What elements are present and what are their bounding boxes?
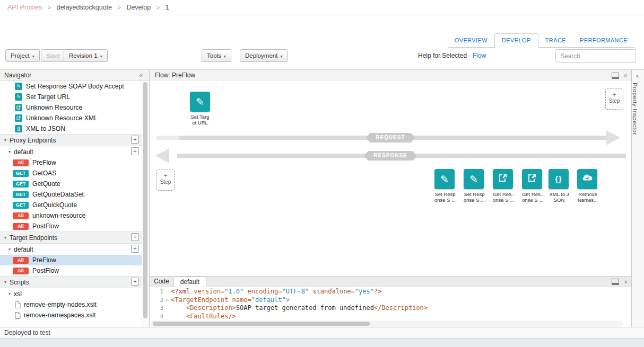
collapse-panel-icon[interactable]: « xyxy=(622,280,629,283)
method-badge: All xyxy=(13,223,29,230)
add-flow-button[interactable]: + xyxy=(131,147,139,155)
property-inspector-strip: « Property Inspector xyxy=(631,70,644,327)
script-file-item[interactable]: remove-namespaces.xslt xyxy=(0,310,142,321)
breadcrumb-api-proxies[interactable]: API Proxies xyxy=(7,4,42,11)
policy-item[interactable]: ✎ Set Target URL xyxy=(0,92,142,102)
proxy-endpoint-default[interactable]: ▾ default + xyxy=(0,146,142,157)
scripts-group-xsl[interactable]: ▾ xsl xyxy=(0,288,142,299)
navigator-title: Navigator xyxy=(4,72,31,79)
view-tabs: OVERVIEW DEVELOP TRACE PERFORMANCE xyxy=(448,33,634,48)
expand-panel-icon[interactable]: « xyxy=(620,74,631,77)
flow-step-set-response-2[interactable]: ✎ xyxy=(464,169,484,189)
panel-layout-icon[interactable] xyxy=(612,279,619,285)
script-file-item[interactable]: remove-empty-nodes.xslt xyxy=(0,299,142,310)
proxy-flow-preflow[interactable]: All PreFlow xyxy=(0,157,142,168)
help-for-selected-label: Help for Selected xyxy=(418,52,467,59)
breadcrumb-proxy-name[interactable]: delayedstockquote xyxy=(57,4,112,11)
flow-label: GetQuoteDataSet xyxy=(32,191,84,198)
group-label: default xyxy=(14,246,33,253)
proxy-flow-postflow[interactable]: All PostFlow xyxy=(0,221,142,232)
panel-layout-icon[interactable] xyxy=(612,73,619,79)
navigator-scrollbar[interactable] xyxy=(142,81,149,327)
add-script-button[interactable]: + xyxy=(131,278,139,286)
policy-item[interactable]: Unknown Resource XML xyxy=(0,113,142,123)
fold-icon[interactable]: ▾ xyxy=(163,296,170,305)
file-label: remove-namespaces.xslt xyxy=(24,312,95,319)
line-number: 4 xyxy=(150,313,163,321)
code-horizontal-scrollbar[interactable] xyxy=(151,321,623,327)
code-horizontal-scrollbar-thumb[interactable] xyxy=(153,322,370,326)
section-proxy-endpoints[interactable]: ▾ Proxy Endpoints + xyxy=(0,134,142,146)
caret-down-icon: ▾ xyxy=(280,54,282,59)
line-number: 2 xyxy=(150,296,163,305)
file-icon xyxy=(15,312,21,319)
policy-item[interactable]: {} XML to JSON xyxy=(0,123,142,134)
tab-overview[interactable]: OVERVIEW xyxy=(448,34,494,47)
project-menu-label: Project xyxy=(11,52,30,59)
navigator-collapse-icon[interactable]: « xyxy=(139,70,143,81)
flow-label: GetQuote xyxy=(32,180,60,188)
proxy-flow-getquickquote[interactable]: GET GetQuickQuote xyxy=(0,200,142,210)
status-bar: Deployed to test xyxy=(0,327,644,338)
search-input[interactable] xyxy=(555,49,636,63)
edit-policy-icon: ✎ xyxy=(440,173,449,185)
project-menu-button[interactable]: Project▾ xyxy=(5,49,40,62)
code-tab-default[interactable]: default xyxy=(173,277,206,287)
help-flow-link[interactable]: Flow xyxy=(473,52,486,59)
navigator-scrollbar-thumb[interactable] xyxy=(143,82,147,318)
property-inspector-expand-icon[interactable]: « xyxy=(635,75,641,78)
revision-menu-label: Revision 1 xyxy=(69,52,98,59)
flow-step-label: Set Response S ... xyxy=(458,191,490,203)
add-step-button-request[interactable]: + Step xyxy=(605,88,623,110)
policy-item[interactable]: ✎ Set Response SOAP Body Accept xyxy=(0,81,142,92)
apigee-proxy-editor: API Proxies > delayedstockquote > Develo… xyxy=(0,0,644,347)
edit-policy-icon: ✎ xyxy=(196,96,204,108)
flow-step-get-response-2[interactable] xyxy=(522,169,542,189)
section-scripts[interactable]: ▾ Scripts + xyxy=(0,276,142,288)
save-button[interactable]: Save xyxy=(41,49,65,62)
target-endpoint-default[interactable]: ▾ default + xyxy=(0,244,142,255)
breadcrumb-develop[interactable]: Develop xyxy=(126,4,151,11)
flow-step-get-response-1[interactable] xyxy=(493,169,513,189)
proxy-flow-getoas[interactable]: GET GetOAS xyxy=(0,168,142,179)
navigator-header: Navigator « xyxy=(0,70,149,81)
proxy-flow-getquote[interactable]: GET GetQuote xyxy=(0,179,142,189)
flow-label: PostFlow xyxy=(32,267,59,274)
tools-menu-button[interactable]: Tools▾ xyxy=(202,49,231,62)
add-flow-button[interactable]: + xyxy=(131,245,139,253)
fold-icon xyxy=(163,313,170,321)
add-target-endpoint-button[interactable]: + xyxy=(131,233,139,241)
policy-label: XML to JSON xyxy=(26,125,65,132)
flow-step-xml-to-json[interactable]: {} xyxy=(549,169,569,189)
resource-arrow-icon xyxy=(527,173,537,185)
tab-trace[interactable]: TRACE xyxy=(538,34,573,47)
proxy-flow-getquotedataset[interactable]: GET GetQuoteDataSet xyxy=(0,189,142,200)
section-target-endpoints[interactable]: ▾ Target Endpoints + xyxy=(0,232,142,244)
policy-label: Unknown Resource xyxy=(26,104,82,111)
request-lane-start xyxy=(156,136,179,140)
plus-icon: + xyxy=(606,92,623,98)
flow-step-set-target-url[interactable]: ✎ xyxy=(190,92,210,112)
flow-title: Flow: PreFlow xyxy=(155,72,195,79)
flow-step-set-response-1[interactable]: ✎ xyxy=(434,169,455,189)
resource-arrow-icon xyxy=(15,114,22,122)
revision-menu-button[interactable]: Revision 1▾ xyxy=(64,49,108,62)
target-flow-preflow-selected[interactable]: All PreFlow xyxy=(0,255,142,265)
section-title: Proxy Endpoints xyxy=(10,137,56,144)
flow-label: unknown-resource xyxy=(32,212,85,219)
proxy-flow-unknown-resource[interactable]: All unknown-resource xyxy=(0,210,142,221)
request-arrow-icon xyxy=(606,130,620,145)
flow-step-remove-namespaces[interactable] xyxy=(577,169,597,189)
add-proxy-endpoint-button[interactable]: + xyxy=(131,136,139,144)
caret-down-icon: ▾ xyxy=(32,54,34,59)
policy-item[interactable]: Unknown Resource xyxy=(0,102,142,113)
tab-develop[interactable]: DEVELOP xyxy=(494,33,538,48)
deployment-menu-button[interactable]: Deployment▾ xyxy=(240,49,288,62)
add-step-button-response[interactable]: + Step xyxy=(156,170,175,191)
deployment-status-text: Deployed to test xyxy=(4,329,50,336)
tab-performance[interactable]: PERFORMANCE xyxy=(573,34,634,47)
policy-label: Set Target URL xyxy=(26,93,70,101)
method-badge: GET xyxy=(13,181,29,188)
target-flow-postflow[interactable]: All PostFlow xyxy=(0,265,142,276)
flow-label: GetQuickQuote xyxy=(32,201,77,209)
